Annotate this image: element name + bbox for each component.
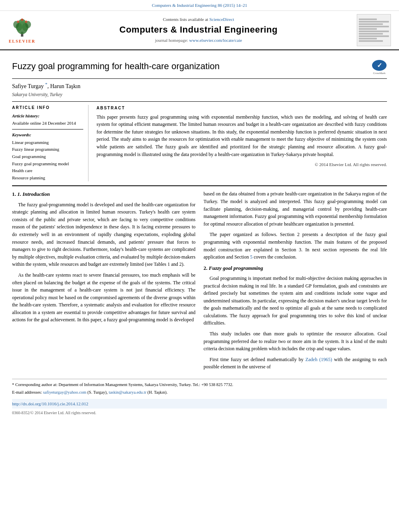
section1-para2: As the health-care systems react to seve… — [12, 271, 195, 324]
doi-link[interactable]: http://dx.doi.org/10.1016/j.cie.2014.12.… — [12, 401, 88, 406]
section2-para1: Goal programming is important method for… — [204, 275, 387, 327]
abstract-section: ABSTRACT This paper presents fuzzy goal … — [97, 105, 387, 182]
body-col-right: based on the data obtained from a privat… — [204, 190, 387, 374]
article-info-section: ARTICLE INFO Article history: Available … — [12, 101, 387, 182]
corresponding-author-footnote: * Corresponding author at: Department of… — [12, 382, 387, 388]
journal-thumbnail — [357, 14, 391, 46]
section2-title: 2. Fuzzy goal programming — [204, 264, 387, 272]
doi-bar: http://dx.doi.org/10.1016/j.cie.2014.12.… — [12, 399, 387, 409]
footnote-area: * Corresponding author at: Department of… — [12, 379, 387, 416]
keyword-resource-planning: Resource planning — [12, 175, 83, 182]
article-title: Fuzzy goal programming for health-care o… — [12, 60, 220, 73]
sciencedirect-link[interactable]: ScienceDirect — [209, 17, 234, 22]
keyword-fuzzy-linear: Fuzzy linear programming — [12, 146, 83, 153]
issn-bar: 0360-8352/© 2014 Elsevier Ltd. All right… — [12, 410, 387, 416]
crossmark-icon: ✓ — [372, 60, 387, 71]
keywords-list: Linear programming Fuzzy linear programm… — [12, 139, 83, 182]
crossmark-badge: ✓ CrossMark — [372, 60, 387, 75]
contents-available-label: Contents lists available at ScienceDirec… — [40, 16, 357, 23]
article-history-label: Article history: — [12, 113, 83, 119]
section1-col2-para2: The paper organized as follows. Section … — [204, 231, 387, 261]
author-turgay: Safiye Turgay * — [12, 83, 47, 89]
section2-para2: This study includes one than more goals … — [204, 330, 387, 353]
elsevier-logo: ELSEVIER — [4, 16, 40, 45]
email-footnote: E-mail addresses: safiyeturgay@yahoo.com… — [12, 389, 387, 396]
zadeh-citation-link[interactable]: Zadeh (1965) — [305, 357, 332, 362]
section5-link[interactable]: 5 — [250, 254, 253, 260]
email2-link[interactable]: taskin@sakarya.edu.tr — [109, 390, 146, 394]
keyword-fuzzy-goal-model: Fuzzy goal programming model — [12, 160, 83, 168]
article-info-left: ARTICLE INFO Article history: Available … — [12, 105, 88, 182]
keyword-linear-programming: Linear programming — [12, 139, 83, 146]
elsevier-brand-text: ELSEVIER — [9, 39, 36, 45]
email1-link[interactable]: safiyeturgay@yahoo.com — [43, 390, 86, 394]
abstract-heading: ABSTRACT — [97, 105, 387, 111]
keyword-health-care: Health care — [12, 167, 83, 175]
copyright-line: © 2014 Elsevier Ltd. All rights reserved… — [97, 161, 387, 168]
authors-line: Safiye Turgay *, Harun Taşkın — [12, 81, 387, 90]
elsevier-tree-icon — [10, 16, 34, 38]
svg-point-8 — [25, 21, 27, 23]
main-content: Fuzzy goal programming for health-care o… — [0, 50, 399, 420]
journal-reference-bar: Computers & Industrial Engineering 86 (2… — [0, 0, 399, 11]
article-title-section: Fuzzy goal programming for health-care o… — [12, 54, 387, 79]
journal-header-center: Contents lists available at ScienceDirec… — [40, 16, 357, 44]
body-col-left: 1. 1. Introduction The fuzzy goal-progra… — [12, 190, 195, 374]
journal-reference-text: Computers & Industrial Engineering 86 (2… — [152, 3, 247, 8]
article-info-heading: ARTICLE INFO — [12, 105, 83, 111]
journal-title: Computers & Industrial Engineering — [40, 23, 357, 36]
svg-point-9 — [21, 18, 23, 21]
affiliation: Sakarya University, Turkey — [12, 91, 387, 98]
journal-header: ELSEVIER Contents lists available at Sci… — [0, 11, 399, 50]
keywords-label: Keywords: — [12, 132, 83, 138]
section2-para3: First time fuzzy set defined mathematica… — [204, 356, 387, 371]
section1-para1: The fuzzy goal-programming model is deve… — [12, 201, 195, 268]
keyword-goal-programming: Goal programming — [12, 153, 83, 160]
body-section: 1. 1. Introduction The fuzzy goal-progra… — [12, 185, 387, 374]
article-title-block: Fuzzy goal programming for health-care o… — [12, 60, 220, 73]
available-online: Available online 24 December 2014 — [12, 120, 83, 127]
section1-col2-para1: based on the data obtained from a privat… — [204, 190, 387, 228]
journal-homepage-line: journal homepage: www.elsevier.com/locat… — [40, 37, 357, 44]
homepage-url[interactable]: www.elsevier.com/locate/caie — [189, 38, 242, 43]
crossmark-label: CrossMark — [373, 71, 385, 75]
svg-point-7 — [17, 21, 19, 23]
section1-title: 1. 1. Introduction — [12, 190, 195, 198]
abstract-text: This paper presents fuzzy goal programmi… — [97, 113, 387, 158]
